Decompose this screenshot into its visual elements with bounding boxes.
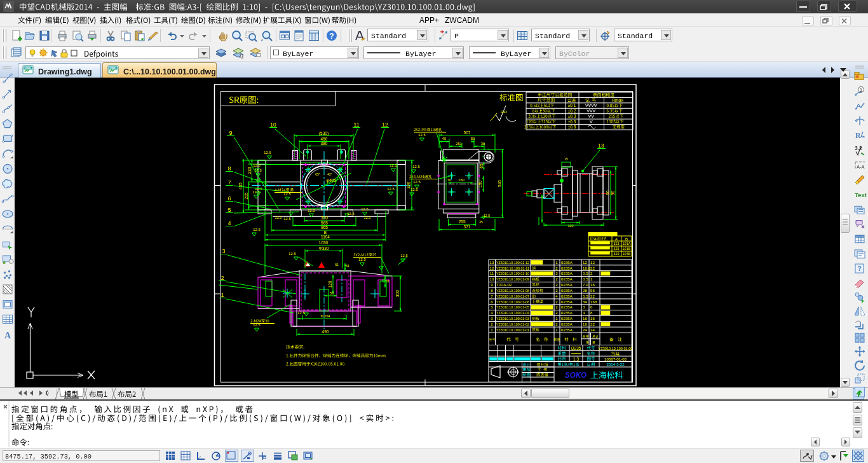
svg-text:4: 4 (555, 294, 558, 298)
svg-text:10.8: 10.8 (583, 266, 591, 270)
svg-text:10: 10 (270, 121, 276, 128)
svg-text:5: 5 (228, 207, 231, 213)
svg-text:0235A: 0235A (561, 266, 573, 270)
svg-text:251: 251 (456, 142, 462, 146)
svg-text:12.5: 12.5 (308, 209, 315, 212)
svg-text:329: 329 (613, 252, 619, 256)
svg-text:7: 7 (228, 179, 231, 186)
svg-text:Φ334: Φ334 (321, 314, 330, 318)
svg-text:12: 12 (583, 260, 587, 265)
svg-text:455: 455 (238, 183, 243, 190)
svg-text:13: 13 (490, 260, 494, 265)
svg-text:65°: 65° (315, 172, 320, 176)
svg-text:6: 6 (590, 305, 593, 309)
svg-text:2: 2 (555, 288, 558, 293)
svg-text:12.5: 12.5 (288, 252, 295, 256)
svg-text:11: 11 (490, 271, 494, 275)
svg-text:YZ3010.10.100.01.00: YZ3010.10.100.01.00 (599, 347, 633, 350)
svg-text:12.5: 12.5 (253, 323, 260, 327)
svg-text:Standard: Standard (618, 32, 653, 40)
svg-text:2: 2 (555, 305, 558, 309)
svg-text:Φ330: Φ330 (318, 246, 329, 251)
svg-text:3: 3 (222, 248, 226, 254)
svg-text:P: P (454, 32, 459, 40)
svg-text:42°: 42° (327, 172, 332, 176)
svg-text:12: 12 (590, 260, 595, 265)
svg-text:ZWCADM: ZWCADM (445, 16, 479, 25)
svg-text:565: 565 (321, 221, 328, 225)
svg-text:300: 300 (395, 290, 400, 297)
svg-text:A: A (4, 331, 11, 340)
svg-text:C:\...10.10.100.01.00.dwg: C:\...10.10.100.01.00.dwg (123, 67, 216, 76)
svg-text:Standard: Standard (535, 32, 570, 40)
svg-text:YZ3010.10.100.01-08: YZ3010.10.100.01-08 (496, 288, 529, 293)
svg-text:56: 56 (590, 288, 595, 293)
svg-text:490: 490 (322, 329, 329, 334)
svg-text:ByLayer: ByLayer (501, 50, 531, 58)
svg-text:2: 2 (221, 275, 224, 281)
svg-text:1: 1 (221, 292, 224, 298)
svg-text:Drawing1.dwg: Drawing1.dwg (38, 67, 92, 76)
svg-text:(530): (530) (319, 131, 329, 136)
svg-text:32: 32 (590, 322, 595, 326)
svg-text:1104: 1104 (321, 235, 330, 239)
svg-text:371: 371 (464, 225, 471, 229)
svg-text:B: B (324, 230, 327, 235)
svg-text:90: 90 (606, 190, 610, 195)
svg-text:Rmax: Rmax (612, 98, 623, 102)
svg-text:12.5: 12.5 (297, 311, 304, 315)
svg-text:2: 2 (491, 322, 493, 326)
svg-text:101B: 101B (623, 247, 631, 251)
svg-text:7: 7 (491, 294, 493, 298)
svg-text:61: 61 (346, 264, 349, 268)
svg-text:12.5: 12.5 (358, 258, 365, 261)
svg-text:104B: 104B (623, 252, 631, 256)
svg-text:11: 11 (354, 121, 360, 128)
svg-text:B: B (625, 237, 628, 241)
svg-text:YZ3010.10.100.01-01: YZ3010.10.100.01-01 (496, 328, 529, 332)
svg-text:5.5: 5.5 (583, 294, 588, 298)
svg-text:12.5: 12.5 (364, 216, 371, 219)
svg-text:2: 2 (590, 271, 593, 275)
svg-text:325: 325 (613, 247, 619, 251)
svg-text:4: 4 (583, 310, 585, 315)
svg-text:YZ3010.10.100.01-12: YZ3010.10.100.01-12 (496, 260, 529, 265)
svg-text:R: R (855, 131, 861, 140)
svg-text:12.5: 12.5 (283, 217, 290, 221)
svg-text:61: 61 (335, 263, 339, 266)
svg-text:ByLayer: ByLayer (283, 50, 313, 58)
svg-text:12.5: 12.5 (484, 214, 490, 218)
svg-text:16: 16 (590, 316, 595, 321)
svg-text:6: 6 (228, 195, 231, 202)
svg-text:0235A: 0235A (561, 328, 573, 332)
svg-text:0235A: 0235A (561, 282, 573, 287)
svg-text:1: 1 (860, 87, 863, 93)
svg-text:205: 205 (244, 192, 248, 199)
svg-text:168: 168 (590, 300, 597, 304)
svg-text:8: 8 (590, 310, 593, 315)
svg-text:2: 2 (555, 300, 558, 304)
svg-text:380: 380 (321, 141, 328, 146)
svg-text:TJDA-02: TJDA-02 (496, 282, 512, 287)
svg-text:50: 50 (330, 291, 334, 295)
svg-text:35: 35 (479, 220, 483, 224)
svg-text:0.5: 0.5 (583, 277, 588, 281)
svg-text:YZ3010.10.100.01-06: YZ3010.10.100.01-06 (496, 300, 529, 304)
svg-text:45: 45 (442, 137, 446, 141)
svg-text:101A: 101A (623, 242, 631, 245)
svg-text:230: 230 (247, 167, 252, 174)
svg-text:Q235: Q235 (571, 346, 581, 351)
svg-text:65: 65 (479, 163, 484, 169)
svg-text:φ405: φ405 (326, 178, 336, 183)
svg-text:80: 80 (471, 137, 475, 141)
svg-text:150: 150 (478, 180, 483, 187)
svg-text:15: 15 (564, 157, 568, 161)
svg-text:ByLayer: ByLayer (405, 50, 436, 58)
svg-text:540: 540 (498, 180, 502, 187)
svg-text:±0.8: ±0.8 (568, 125, 576, 129)
svg-text:YZ3010.10.100.01-07: YZ3010.10.100.01-07 (496, 294, 529, 298)
svg-text:16: 16 (583, 322, 587, 326)
svg-text:12.5: 12.5 (413, 180, 420, 184)
svg-text:323: 323 (613, 242, 619, 245)
svg-text:12.5: 12.5 (412, 165, 419, 169)
